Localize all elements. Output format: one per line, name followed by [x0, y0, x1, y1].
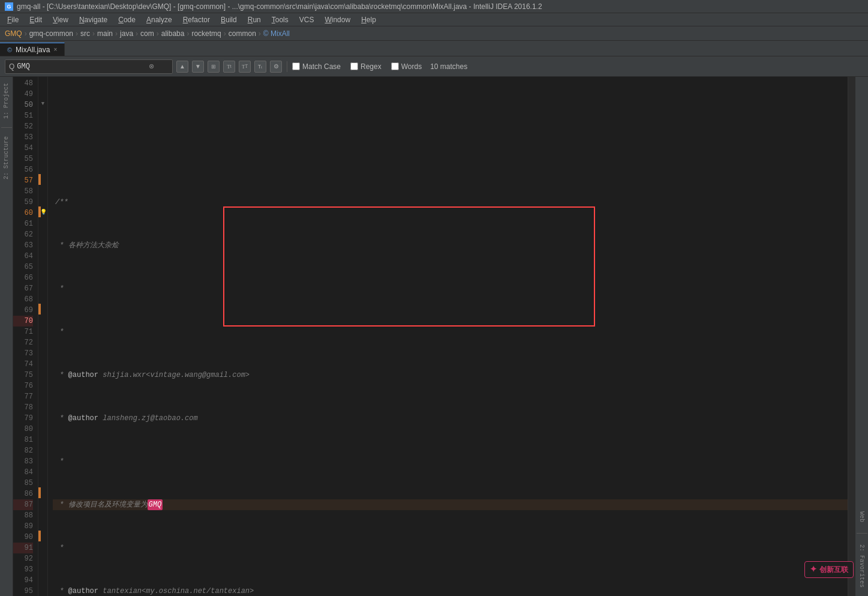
- menu-refactor[interactable]: Refactor: [178, 14, 215, 25]
- tab-mixall[interactable]: © MixAll.java ×: [0, 43, 65, 56]
- line-59: * @author tantexian<my.oschina.net/tante…: [53, 586, 848, 596]
- menu-vcs[interactable]: VCS: [295, 14, 319, 25]
- line-51: * 各种方法大杂烩: [53, 240, 848, 251]
- line-49: [53, 154, 848, 164]
- search-matches: 10 matches: [430, 62, 467, 71]
- breadcrumb-main[interactable]: main: [97, 29, 113, 38]
- menu-run[interactable]: Run: [243, 14, 266, 25]
- breadcrumb-gmq[interactable]: GMQ: [5, 29, 22, 38]
- line-52: *: [53, 283, 848, 294]
- sidebar-favorites-label[interactable]: 2: Favorites: [858, 541, 865, 591]
- search-clear-icon[interactable]: ⊗: [149, 62, 154, 70]
- sidebar-web-label[interactable]: Web: [858, 508, 865, 526]
- regex-label: Regex: [361, 62, 382, 71]
- search-icon: Q: [9, 62, 14, 71]
- tab-close-icon[interactable]: ×: [53, 46, 57, 53]
- menu-edit[interactable]: Edit: [25, 14, 47, 25]
- gutter: ▼ 💡: [38, 77, 48, 596]
- regex-checkbox[interactable]: [350, 62, 358, 70]
- title-bar: G gmq-all - [C:\Users\tantexian\Desktop\…: [0, 0, 868, 13]
- code-editor[interactable]: /** * 各种方法大杂烩 * * * @author shijia.wxr<v…: [48, 77, 848, 596]
- words-option[interactable]: Words: [391, 62, 422, 71]
- search-filter1-button[interactable]: ⊞: [208, 61, 220, 73]
- sidebar-divider2: [857, 533, 867, 534]
- menu-navigate[interactable]: Navigate: [74, 14, 112, 25]
- search-bar: Q ⊗ ▲ ▼ ⊞ Tt TT Tₜ ⚙ Match Case Regex Wo…: [0, 56, 868, 77]
- breadcrumb-bar: GMQ › gmq-common › src › main › java › c…: [0, 26, 868, 41]
- breadcrumb-mixall[interactable]: © MixAll: [263, 29, 290, 38]
- search-input-wrapper[interactable]: Q ⊗: [5, 59, 173, 74]
- breadcrumb-gmq-common[interactable]: gmq-common: [29, 29, 73, 38]
- menu-analyze[interactable]: Analyze: [142, 14, 177, 25]
- menu-file[interactable]: File: [2, 14, 23, 25]
- editor[interactable]: 48 49 50 51 52 53 54 55 56 57 58 59 60 6…: [13, 77, 855, 596]
- menu-help[interactable]: Help: [356, 14, 381, 25]
- main-area: 1: Project 2: Structure 48 49 50 51 52 5…: [0, 77, 868, 596]
- breadcrumb-com[interactable]: com: [140, 29, 154, 38]
- line-57: * 修改项目名及环境变量为GMQ: [53, 499, 848, 510]
- regex-option[interactable]: Regex: [350, 62, 382, 71]
- search-divider: [287, 61, 287, 72]
- words-checkbox[interactable]: [391, 62, 399, 70]
- line-55: * @author lansheng.zj@taobao.com: [53, 413, 848, 424]
- menu-bar: File Edit View Navigate Code Analyze Ref…: [0, 13, 868, 26]
- app-icon: G: [5, 2, 13, 11]
- search-filter4-button[interactable]: Tₜ: [254, 61, 266, 73]
- menu-build[interactable]: Build: [216, 14, 242, 25]
- search-settings-button[interactable]: ⚙: [270, 61, 282, 73]
- tab-mixall-label: MixAll.java: [16, 46, 50, 54]
- breadcrumb-rocketmq[interactable]: rocketmq: [191, 29, 221, 38]
- line-50: /**: [53, 197, 848, 208]
- sidebar-divider1: [1, 127, 12, 128]
- sidebar-structure-label[interactable]: 2: Structure: [3, 133, 10, 183]
- line-numbers: 48 49 50 51 52 53 54 55 56 57 58 59 60 6…: [13, 77, 38, 596]
- logo-icon: ✦: [810, 564, 817, 574]
- sidebar-project-label[interactable]: 1: Project: [3, 79, 10, 122]
- search-filter3-button[interactable]: TT: [239, 61, 251, 73]
- line-54: * @author shijia.wxr<vintage.wang@gmail.…: [53, 370, 848, 381]
- search-prev-button[interactable]: ▲: [176, 61, 188, 73]
- match-case-label: Match Case: [302, 62, 341, 71]
- search-next-button[interactable]: ▼: [192, 61, 204, 73]
- match-case-option[interactable]: Match Case: [292, 62, 341, 71]
- search-filter2-button[interactable]: Tt: [223, 61, 235, 73]
- breadcrumb-common[interactable]: common: [229, 29, 256, 38]
- words-label: Words: [401, 62, 422, 71]
- breadcrumb-alibaba[interactable]: alibaba: [161, 29, 185, 38]
- title-text: gmq-all - [C:\Users\tantexian\Desktop\de…: [17, 2, 542, 11]
- menu-code[interactable]: Code: [113, 14, 140, 25]
- right-sidebar-panel: Web 2: Favorites: [855, 77, 868, 596]
- logo: ✦ 创新互联: [804, 561, 854, 578]
- menu-tools[interactable]: Tools: [267, 14, 293, 25]
- match-case-checkbox[interactable]: [292, 62, 300, 70]
- menu-window[interactable]: Window: [320, 14, 355, 25]
- line-58: *: [53, 543, 848, 553]
- menu-view[interactable]: View: [48, 14, 73, 25]
- tab-bar: © MixAll.java ×: [0, 41, 868, 56]
- breadcrumb-src[interactable]: src: [80, 29, 90, 38]
- search-input[interactable]: [17, 62, 149, 71]
- line-53: *: [53, 327, 848, 337]
- right-scrollbar[interactable]: [848, 77, 855, 596]
- line-48: [53, 110, 848, 121]
- breadcrumb-java[interactable]: java: [120, 29, 133, 38]
- left-sidebar: 1: Project 2: Structure: [0, 77, 13, 596]
- line-56: *: [53, 456, 848, 467]
- logo-text: 创新互联: [819, 565, 848, 574]
